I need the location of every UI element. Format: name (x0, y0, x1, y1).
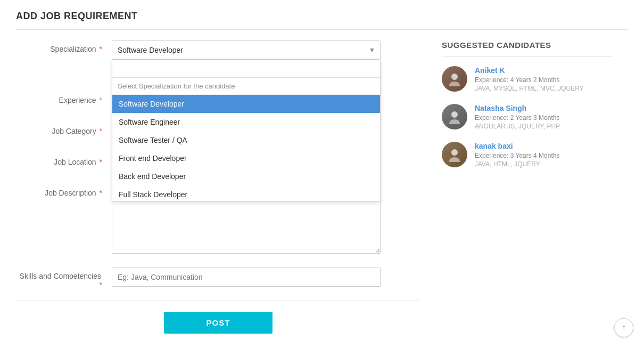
candidate-avatar-natasha (442, 104, 467, 130)
skills-control (112, 268, 420, 287)
candidate-info-natasha: Natasha Singh Experience: 2 Years 3 Mont… (475, 104, 612, 130)
candidate-name-kanak: kanak baxi (475, 142, 612, 150)
dropdown-item-back-end-developer[interactable]: Back end Developer (112, 167, 380, 185)
specialization-display[interactable]: Software Developer (112, 41, 381, 60)
dropdown-item-software-developer[interactable]: Software Developer (112, 95, 380, 113)
dropdown-item-software-tester-qa[interactable]: Software Tester / QA (112, 131, 380, 149)
suggested-section: SUGGESTED CANDIDATES Aniket K Experience… (442, 41, 612, 334)
job-category-label: Job Category * (16, 123, 112, 135)
job-location-label: Job Location * (16, 153, 112, 166)
post-btn-row: POST (16, 301, 420, 334)
candidate-info-kanak: kanak baxi Experience: 3 Years 4 Months … (475, 142, 612, 168)
candidate-skills-aniket: JAVA, MYSQL, HTML, MVC, JQUERY (475, 85, 612, 92)
job-description-label: Job Description * (16, 184, 112, 197)
candidate-info-aniket: Aniket K Experience: 4 Years 2 Months JA… (475, 66, 612, 92)
candidate-name-natasha: Natasha Singh (475, 104, 612, 112)
svg-point-5 (449, 157, 460, 162)
required-star-exp: * (97, 96, 102, 104)
candidate-item-aniket: Aniket K Experience: 4 Years 2 Months JA… (442, 66, 612, 92)
dropdown-item-software-engineer[interactable]: Software Engineer (112, 113, 380, 131)
post-button[interactable]: POST (164, 312, 273, 334)
dropdown-search-input[interactable] (112, 60, 380, 78)
candidate-name-aniket: Aniket K (475, 66, 612, 75)
content-area: Specialization * Software Developer ▼ Se… (16, 41, 628, 334)
scroll-to-top-button[interactable]: ↑ (614, 318, 633, 337)
candidate-avatar-kanak (442, 142, 467, 167)
skills-row: Skills and Competencies * (16, 268, 420, 289)
specialization-row: Specialization * Software Developer ▼ Se… (16, 41, 420, 60)
candidate-exp-kanak: Experience: 3 Years 4 Months (475, 152, 612, 159)
suggested-title: SUGGESTED CANDIDATES (442, 41, 612, 56)
candidate-avatar-aniket (442, 66, 467, 92)
required-star-loc: * (97, 158, 102, 166)
dropdown-item-full-stack-developer[interactable]: Full Stack Developer (112, 185, 380, 201)
skills-label: Skills and Competencies * (16, 268, 112, 289)
specialization-select-wrapper[interactable]: Software Developer ▼ Select Specializati… (112, 41, 381, 60)
candidate-item-natasha: Natasha Singh Experience: 2 Years 3 Mont… (442, 104, 612, 130)
svg-point-2 (451, 111, 458, 118)
dropdown-item-front-end-developer[interactable]: Front end Developer (112, 149, 380, 167)
specialization-dropdown: Select Specialization for the candidate … (112, 60, 381, 202)
experience-label: Experience * (16, 92, 112, 104)
skills-input[interactable] (112, 268, 381, 287)
svg-point-1 (449, 82, 460, 86)
candidate-item-kanak: kanak baxi Experience: 3 Years 4 Months … (442, 142, 612, 168)
dropdown-list: Software Developer Software Engineer Sof… (112, 95, 380, 201)
form-section: Specialization * Software Developer ▼ Se… (16, 41, 420, 334)
candidate-skills-natasha: ANGULAR JS, JQUERY, PHP (475, 123, 612, 130)
svg-point-4 (451, 149, 458, 156)
svg-point-3 (449, 119, 460, 124)
required-star-desc: * (97, 189, 102, 197)
page-container: ADD JOB REQUIREMENT Specialization * Sof… (0, 0, 644, 348)
svg-point-0 (451, 74, 458, 80)
required-star: * (97, 45, 102, 53)
candidate-exp-natasha: Experience: 2 Years 3 Months (475, 114, 612, 122)
page-title: ADD JOB REQUIREMENT (16, 11, 628, 30)
candidate-skills-kanak: JAVA, HTML, JQUERY (475, 160, 612, 168)
candidate-exp-aniket: Experience: 4 Years 2 Months (475, 76, 612, 84)
arrow-up-icon: ↑ (622, 323, 626, 333)
required-star-cat: * (97, 127, 102, 135)
specialization-label: Specialization * (16, 41, 112, 53)
dropdown-placeholder-text: Select Specialization for the candidate (112, 78, 380, 95)
specialization-control: Software Developer ▼ Select Specializati… (112, 41, 420, 60)
required-star-skills: * (100, 280, 102, 289)
main-card: ADD JOB REQUIREMENT Specialization * Sof… (0, 0, 644, 348)
